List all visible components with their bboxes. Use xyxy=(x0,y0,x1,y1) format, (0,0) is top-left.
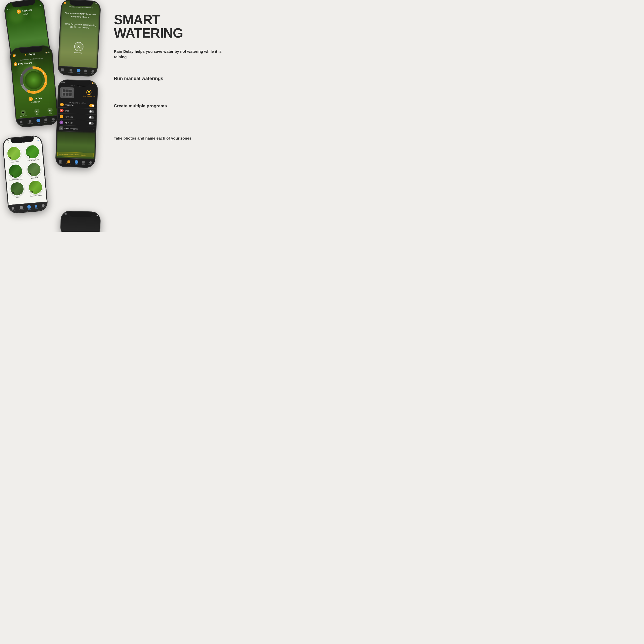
nav5-home[interactable]: Home xyxy=(74,160,78,165)
zone-1-item[interactable]: 1 Street Sprays xyxy=(5,146,23,163)
rain-delay-btn-2[interactable]: 🌧 Rain Delay xyxy=(20,110,27,117)
phone3-zones-icon: ⚙⚙⚙ xyxy=(6,142,9,145)
home-icon-5 xyxy=(75,160,78,164)
nav4-calendar[interactable]: Calendar xyxy=(60,68,65,73)
timer-button-5 xyxy=(66,93,68,96)
nav4-home[interactable]: Home xyxy=(77,68,81,74)
phone2-temp: 41°/28° xyxy=(45,52,50,54)
phone6-time: 3:33 xyxy=(64,213,67,215)
zone-5-number: 5 xyxy=(11,192,15,195)
program-d-toggle[interactable] xyxy=(89,122,94,125)
skip-btn-2[interactable]: ⏭ Skip xyxy=(47,107,53,115)
nav2-zones-label: Zones xyxy=(44,121,48,123)
feature-programs-text: Create multiple programs xyxy=(114,103,227,109)
nav2-home-label: Home xyxy=(37,122,40,124)
skip-icon-2: ⏭ xyxy=(49,109,51,111)
svg-text:6: 6 xyxy=(21,74,22,76)
program-a-toggle[interactable] xyxy=(89,104,94,107)
phone4-temp: 68°F xyxy=(95,3,98,6)
svg-point-4 xyxy=(24,70,43,90)
nav3-programs[interactable]: Programs xyxy=(19,206,24,210)
zone-3-item[interactable]: 3 Front Approach Spray xyxy=(6,163,25,181)
program-b-name: Shed xyxy=(65,110,88,112)
nav2-settings[interactable]: Settings xyxy=(51,118,56,122)
phone3-edit-btn[interactable]: Edit xyxy=(36,140,39,142)
svg-text:3: 3 xyxy=(45,81,46,83)
lightbulb-icon: 💡 xyxy=(88,91,90,93)
nav5-home-label: Home xyxy=(75,164,78,165)
smart-watering-toggle[interactable]: 💡 Smart Watering: ON xyxy=(82,90,95,97)
phone5-notch xyxy=(66,80,90,86)
text-column: SMART WATERING Rain Delay helps you save… xyxy=(111,0,232,232)
phone5-device-row: 💡 Smart Watering: ON xyxy=(60,87,95,99)
zone-4-item[interactable]: 4 Zone 4 Off xyxy=(25,162,43,179)
nav3-calendar[interactable]: Calendar xyxy=(11,207,16,211)
nav2-home[interactable]: Home xyxy=(36,118,40,124)
nav2-programs[interactable]: Programs xyxy=(27,120,33,124)
nav3-home[interactable]: Home xyxy=(27,205,31,210)
clear-delay-btn[interactable]: ✕ Clear Delay xyxy=(74,42,83,54)
zone-6-label: Back Shed Sprays xyxy=(30,194,42,197)
phone2-screen: 3:33 📶 🔋 📶 b·hyve 41°/28° xyxy=(10,46,58,127)
timer-button-4 xyxy=(63,93,65,96)
nav2-programs-label: Programs xyxy=(28,123,33,124)
phone-rain-delay: 📶 b·hyve 68°F Active Device: Steve's Spr… xyxy=(57,0,101,77)
feature-photos: Take photos and name each of your zones xyxy=(114,135,227,141)
home-icon-3 xyxy=(27,205,31,209)
program-c-name: Tap to Edit xyxy=(65,116,88,118)
nav3-home-label: Home xyxy=(28,209,31,210)
phone2-zone-name: Garden xyxy=(34,97,42,100)
nav3-zones[interactable]: Zones xyxy=(34,205,38,209)
nav5-calendar[interactable]: Calendar xyxy=(58,160,63,164)
phone1-status: ●●● xyxy=(39,4,41,6)
timer-device-image xyxy=(60,87,74,98)
toggle-d-dot xyxy=(89,122,91,124)
zone-5-item[interactable]: 5 Back xyxy=(8,181,26,199)
phone4-nav: Calendar Programs Home Zones xyxy=(58,66,97,76)
zone-2-item[interactable]: 2 Front Sprays Center xyxy=(23,144,42,161)
zone-6-item[interactable]: 6 Back Shed Sprays xyxy=(27,179,45,197)
program-b-toggle[interactable] xyxy=(89,110,94,113)
phone-zones: 11:54 ●●● ⚙⚙⚙ Zones Edit 1 xyxy=(2,135,48,214)
feature-photos-text: Take photos and name each of your zones xyxy=(114,135,227,141)
nav5-settings[interactable]: Settings xyxy=(88,161,93,165)
settings-icon-5 xyxy=(89,161,92,164)
nav2-zones[interactable]: Zones xyxy=(44,118,48,123)
svg-text:2: 2 xyxy=(43,72,44,74)
timer-button-6 xyxy=(69,93,71,96)
zones-icon-5 xyxy=(82,161,85,163)
nav4-settings[interactable]: Settings xyxy=(91,70,95,74)
nav4-settings-label: Settings xyxy=(91,73,95,74)
phone5-status-icons: 📶🔋 xyxy=(92,82,95,84)
phone4-rain-message: Your device currently has a rain delay f… xyxy=(63,12,97,30)
phone5-nav: Calendar Programs Home Zones xyxy=(56,158,95,167)
calendar-icon-3 xyxy=(12,207,14,210)
nav4-home-label: Home xyxy=(77,72,80,74)
zone-5-label: Back xyxy=(16,196,20,198)
page-title: SMART WATERING xyxy=(114,13,227,40)
nav3-settings[interactable]: Settings xyxy=(41,204,46,208)
calendar-icon-4 xyxy=(61,68,64,71)
nav3-calendar-label: Calendar xyxy=(11,209,16,211)
zone-1-number: 1 xyxy=(8,157,12,160)
zone-2-number: 2 xyxy=(27,155,30,158)
nav5-programs[interactable]: Programs xyxy=(66,160,71,165)
clear-delay-icon: ✕ xyxy=(74,42,84,51)
program-c-toggle[interactable] xyxy=(89,116,94,119)
nav5-zones[interactable]: Zones xyxy=(82,161,85,165)
calendar-icon-5 xyxy=(59,160,62,162)
programs-icon-4 xyxy=(70,69,72,72)
zone-1-circle: 1 xyxy=(6,146,22,161)
phone4-signal: 📶 xyxy=(64,1,66,4)
nav4-programs[interactable]: Programs xyxy=(68,68,73,73)
nav3-settings-label: Settings xyxy=(41,207,46,208)
phone-programs: 11:55 📶🔋 ⚙⚙⚙ Programs xyxy=(55,79,98,168)
nav4-zones[interactable]: Zones xyxy=(84,70,87,74)
phone6-notch xyxy=(69,211,92,217)
nav2-calendar[interactable]: Calendar xyxy=(19,121,24,125)
toggle-b-dot xyxy=(89,110,91,113)
phone4-screen: 📶 b·hyve 68°F Active Device: Steve's Spr… xyxy=(58,0,100,76)
timer-button-3 xyxy=(69,90,72,92)
feature-manual-text: Run manual waterings xyxy=(114,75,227,82)
stop-btn-2[interactable]: ■ Stop xyxy=(34,109,40,116)
